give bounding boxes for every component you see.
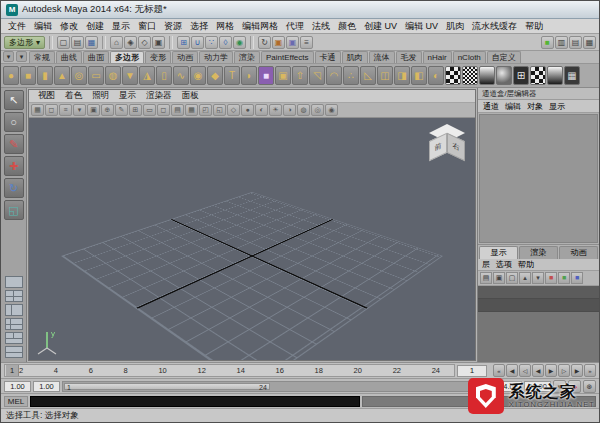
shelf-tab[interactable]: 常规 [29,51,55,63]
xray-icon[interactable]: ◍ [297,104,310,116]
ramp-texture-2-icon[interactable] [547,66,563,85]
poly-soccer-ball-icon[interactable]: ◉ [190,66,206,85]
menu-item[interactable]: 选择 [186,20,212,33]
noise-texture-icon[interactable] [496,66,512,85]
poly-prism-icon[interactable]: ▼ [122,66,138,85]
menu-item[interactable]: 窗口 [134,20,160,33]
snap-to-grid-icon[interactable]: ⊞ [177,36,190,49]
layer-red-swatch-icon[interactable]: ■ [545,272,557,284]
shelf-options-icon[interactable]: ▾ [16,51,27,62]
rotate-tool[interactable]: ↻ [4,178,24,198]
isolate-select-icon[interactable]: ◎ [311,104,324,116]
channel-box-menu-item[interactable]: 对象 [525,101,545,112]
menu-item[interactable]: 编辑 [30,20,56,33]
poly-cylinder-icon[interactable]: ▮ [37,66,53,85]
go-to-end-button[interactable]: » [584,364,596,377]
panel-menu-item[interactable]: 视图 [33,90,60,102]
sculpt-geometry-icon[interactable]: ◗ [241,66,257,85]
channel-box-menu-item[interactable]: 通道 [481,101,501,112]
view-cube-front-face[interactable]: 前 [429,133,447,161]
menu-item[interactable]: 编辑 UV [401,20,442,33]
construction-history-icon[interactable]: ↻ [258,36,271,49]
poly-helix-icon[interactable]: ∿ [173,66,189,85]
panel-menu-item[interactable]: 渲染器 [141,90,177,102]
range-track[interactable]: 1 24 [62,381,493,392]
safe-action-icon[interactable]: ◰ [199,104,212,116]
highlight-selection-icon[interactable]: ▣ [152,36,165,49]
step-back-key-button[interactable]: ◁ [519,364,531,377]
attribute-editor-toggle-icon[interactable]: ▥ [555,36,568,49]
poly-text-icon[interactable]: T [224,66,240,85]
layer-editor-tab[interactable]: 渲染 [519,246,558,259]
menu-item[interactable]: 资源 [160,20,186,33]
channel-box-list[interactable] [479,114,598,243]
platonic-solids-icon[interactable]: ◆ [207,66,223,85]
layout-four-pane-button[interactable] [5,290,23,302]
poly-torus-icon[interactable]: ◎ [71,66,87,85]
poly-sphere-icon[interactable]: ● [3,66,19,85]
render-current-frame-icon[interactable]: ▣ [272,36,285,49]
step-back-frame-button[interactable]: ◀ [506,364,518,377]
offset-edge-loop-icon[interactable]: ◨ [394,66,410,85]
resolution-gate-icon[interactable]: ◻ [157,104,170,116]
bookmarks-icon[interactable]: ▾ [73,104,86,116]
open-scene-icon[interactable]: ▤ [71,36,84,49]
smooth-icon[interactable]: ■ [258,66,274,85]
layout-two-pane-side-button[interactable] [5,304,23,316]
view-cube-right-face[interactable]: 右 [447,133,465,161]
menu-item[interactable]: 颜色 [334,20,360,33]
poly-plane-icon[interactable]: ▭ [88,66,104,85]
layout-two-pane-stacked-button[interactable] [5,346,23,358]
create-layer-from-selected-icon[interactable]: ▣ [493,272,505,284]
insert-edge-loop-icon[interactable]: ◫ [377,66,393,85]
timeline-track[interactable]: 1 24681012141618202224 [4,364,455,377]
bevel-icon[interactable]: ◹ [309,66,325,85]
layer-list[interactable] [478,286,599,362]
command-line-mode-button[interactable]: MEL [4,396,28,407]
shelf-tab[interactable]: 渲染 [234,51,260,63]
shelf-tab[interactable]: 动力学 [199,51,233,63]
layer-editor-tab[interactable]: 显示 [479,246,518,259]
scale-tool[interactable]: ◱ [4,200,24,220]
panel-menu-item[interactable]: 着色 [60,90,87,102]
ramp-texture-icon[interactable] [479,66,495,85]
playback-start-field[interactable]: 1.00 [33,381,60,392]
layer-editor-menu-item[interactable]: 层 [482,259,490,270]
current-time-field[interactable]: 1 [457,365,487,377]
snap-to-point-icon[interactable]: ∵ [205,36,218,49]
layout-three-pane-bottom-button[interactable] [5,332,23,344]
lasso-select-tool[interactable]: ○ [4,112,24,132]
poly-pyramid-icon[interactable]: ◮ [139,66,155,85]
channel-box-menu-item[interactable]: 编辑 [503,101,523,112]
image-plane-icon[interactable]: ▣ [87,104,100,116]
use-all-lights-icon[interactable]: ☀ [269,104,282,116]
menu-item[interactable]: 编辑网格 [238,20,282,33]
shelf-tab[interactable]: 自定义 [487,51,521,63]
view-cube[interactable]: 前 右 [427,124,467,168]
shelf-tab[interactable]: 变形 [145,51,171,63]
extrude-icon[interactable]: ⇧ [292,66,308,85]
poly-cone-icon[interactable]: ▲ [54,66,70,85]
two-d-pan-zoom-icon[interactable]: ⊕ [101,104,114,116]
menu-item[interactable]: 流水线缓存 [468,20,521,33]
poly-pipe-icon[interactable]: ▯ [156,66,172,85]
poly-cube-icon[interactable]: ■ [20,66,36,85]
animation-start-field[interactable]: 1.00 [4,381,31,392]
viewport-canvas[interactable]: 前 右 y [29,118,475,360]
combine-icon[interactable]: ▣ [275,66,291,85]
step-forward-key-button[interactable]: ▷ [558,364,570,377]
safe-title-icon[interactable]: ◱ [213,104,226,116]
checker-texture-icon[interactable] [445,66,461,85]
textured-mode-icon[interactable]: ◐ [255,104,268,116]
panel-menu-item[interactable]: 面板 [177,90,204,102]
gate-mask-icon[interactable]: ▤ [171,104,184,116]
merge-vertices-icon[interactable]: ∴ [343,66,359,85]
menu-item[interactable]: 创建 UV [360,20,401,33]
grid-toggle-icon[interactable]: ⊞ [129,104,142,116]
menu-item[interactable]: 创建 [82,20,108,33]
menu-set-selector[interactable]: 多边形 ▾ [4,36,45,49]
shelf-tab[interactable]: 多边形 [110,51,144,63]
shelf-tab[interactable]: 动画 [172,51,198,63]
grid-texture-icon[interactable]: ⊞ [513,66,529,85]
shelf-tab[interactable]: 卡通 [315,51,341,63]
